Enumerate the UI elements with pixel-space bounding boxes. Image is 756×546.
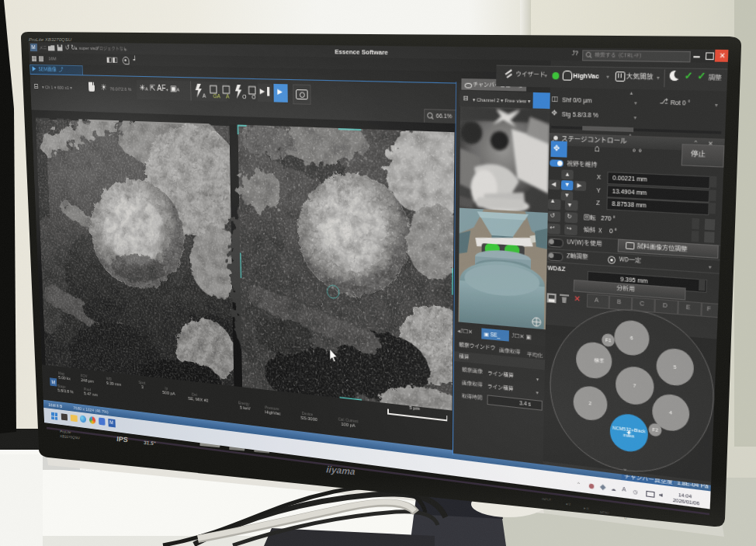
svg-text:◄/2: ◄/2 (565, 502, 572, 506)
svg-text:31.5": 31.5" (144, 440, 156, 446)
svg-text:►/4: ►/4 (583, 506, 590, 510)
svg-text:IPS: IPS (116, 435, 128, 443)
